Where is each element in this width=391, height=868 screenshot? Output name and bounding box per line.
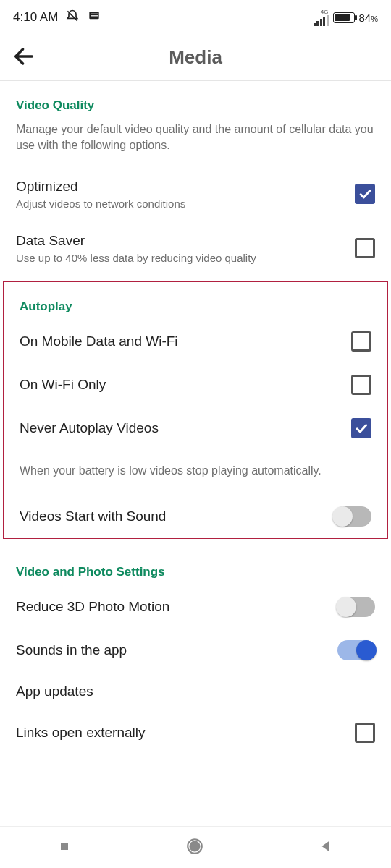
data-saver-sub: Use up to 40% less data by reducing vide… [16, 252, 256, 264]
autoplay-wifi-only-checkbox[interactable] [351, 375, 371, 395]
page-title: Media [0, 46, 391, 69]
links-external-checkbox[interactable] [355, 723, 375, 743]
svg-rect-2 [91, 15, 98, 16]
row-optimized[interactable]: Optimized Adjust videos to network condi… [0, 167, 391, 221]
row-data-saver[interactable]: Data Saver Use up to 40% less data by re… [0, 221, 391, 276]
videos-sound-toggle[interactable] [334, 506, 371, 527]
row-sounds-app[interactable]: Sounds in the app [0, 629, 391, 672]
autoplay-mobile-wifi-label: On Mobile Data and Wi-Fi [20, 333, 178, 349]
sounds-app-toggle[interactable] [337, 640, 375, 660]
reduce-3d-toggle[interactable] [337, 597, 375, 617]
data-saver-label: Data Saver [16, 233, 256, 249]
mute-icon [65, 9, 80, 27]
row-app-updates[interactable]: App updates [0, 672, 391, 711]
autoplay-never-checkbox[interactable] [351, 418, 371, 438]
status-bar: 4:10 AM 4G 84% [0, 0, 391, 35]
row-autoplay-mobile-wifi[interactable]: On Mobile Data and Wi-Fi [4, 320, 387, 363]
autoplay-highlight: Autoplay On Mobile Data and Wi-Fi On Wi-… [3, 281, 388, 539]
section-video-quality: Video Quality [0, 81, 391, 119]
autoplay-never-label: Never Autoplay Videos [20, 420, 159, 436]
data-saver-checkbox[interactable] [355, 238, 375, 258]
reduce-3d-label: Reduce 3D Photo Motion [16, 599, 169, 615]
signal-icon [314, 15, 329, 26]
autoplay-mobile-wifi-checkbox[interactable] [351, 331, 371, 352]
autoplay-battery-note: When your battery is low videos stop pla… [4, 450, 387, 495]
status-time: 4:10 AM [13, 10, 58, 25]
app-updates-label: App updates [16, 684, 93, 699]
notification-icon [87, 9, 101, 27]
row-reduce-3d[interactable]: Reduce 3D Photo Motion [0, 585, 391, 629]
svg-rect-1 [91, 13, 98, 14]
battery-icon [333, 12, 355, 23]
row-autoplay-never[interactable]: Never Autoplay Videos [4, 407, 387, 450]
optimized-checkbox[interactable] [355, 184, 375, 204]
battery-percent: 84% [359, 12, 378, 24]
section-autoplay: Autoplay [4, 282, 387, 320]
app-bar: Media [0, 35, 391, 81]
svg-point-5 [190, 841, 199, 851]
network-type: 4G [321, 9, 329, 15]
optimized-label: Optimized [16, 179, 185, 195]
android-navbar [0, 826, 391, 868]
row-links-external[interactable]: Links open externally [0, 711, 391, 754]
video-quality-desc: Manage your default video quality and th… [0, 119, 391, 167]
videos-sound-label: Videos Start with Sound [20, 509, 166, 524]
section-vps: Video and Photo Settings [0, 548, 391, 585]
svg-rect-3 [61, 843, 68, 850]
row-autoplay-wifi-only[interactable]: On Wi-Fi Only [4, 363, 387, 407]
autoplay-wifi-only-label: On Wi-Fi Only [20, 377, 106, 393]
sounds-app-label: Sounds in the app [16, 642, 127, 658]
nav-home-icon[interactable] [185, 837, 204, 859]
nav-back-icon[interactable] [318, 838, 334, 857]
nav-recent-icon[interactable] [57, 839, 72, 856]
links-external-label: Links open externally [16, 725, 146, 741]
optimized-sub: Adjust videos to network conditions [16, 197, 185, 210]
row-videos-sound[interactable]: Videos Start with Sound [4, 495, 387, 538]
